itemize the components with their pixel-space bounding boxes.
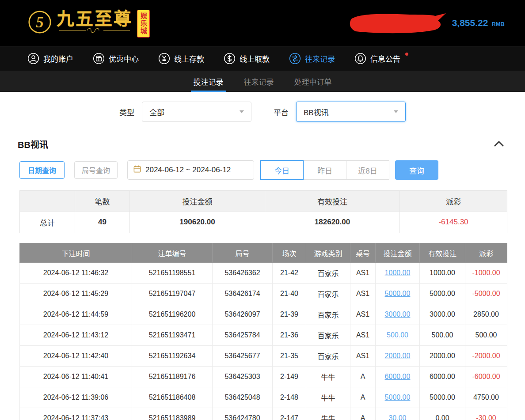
yesterday-button[interactable]: 昨日 (303, 160, 346, 180)
round-query-button[interactable]: 局号查询 (74, 161, 118, 179)
table-row: 2024-06-12 11:43:12 521651193471 5364257… (20, 325, 507, 346)
summary-total-label: 总计 (20, 212, 75, 233)
collapse-chevron-up-icon[interactable] (492, 139, 506, 150)
cell-payout: 500.00 (465, 325, 507, 346)
platform-select[interactable]: BB视讯 (296, 102, 406, 122)
nav-label: 信息公告 (370, 53, 400, 64)
platform-filter-label: 平台 (274, 106, 289, 117)
query-controls: 日期查询 局号查询 2024-06-12 ~ 2024-06-12 今日 昨日 … (0, 154, 525, 190)
date-query-button[interactable]: 日期查询 (19, 161, 65, 179)
cell-valid-bet: 0.00 (420, 408, 465, 420)
summary-header-blank (20, 191, 75, 212)
date-range-value: 2024-06-12 ~ 2024-06-12 (145, 166, 231, 174)
header-round-no: 局号 (213, 243, 273, 263)
svg-text:5: 5 (36, 13, 43, 30)
nav-item-announcements[interactable]: 信息公告 (354, 53, 407, 64)
cell-bet-time: 2024-06-12 11:44:59 (20, 304, 132, 325)
summary-header-valid-bet: 有效投注 (265, 191, 400, 212)
transfer-records-icon (289, 53, 301, 64)
tab-pending-orders[interactable]: 处理中订单 (294, 71, 332, 92)
search-button[interactable]: 查询 (395, 160, 438, 180)
summary-header-payout: 派彩 (400, 191, 507, 212)
cell-valid-bet: 5000.00 (420, 284, 465, 304)
tab-transaction-records[interactable]: 往来记录 (244, 71, 274, 92)
cell-payout: -1000.00 (465, 263, 507, 284)
top-header: 5 九五至尊 娱乐城 3,855.22 RMB (0, 0, 525, 46)
cell-game-type: 牛牛 (306, 367, 350, 387)
site-logo[interactable]: 5 九五至尊 娱乐城 (27, 9, 150, 38)
nav-item-withdraw[interactable]: 线上取款 (224, 53, 270, 64)
cell-valid-bet: 3000.00 (420, 304, 465, 325)
logo-title: 九五至尊 (57, 9, 133, 28)
balance-amount: 3,855.22 (452, 18, 488, 28)
nav-item-deposit[interactable]: 线上存款 (158, 53, 204, 64)
last-8-days-button[interactable]: 近8日 (346, 160, 389, 180)
main-navigation: 我的账户 优惠中心 线上存款 线上取款 (0, 46, 525, 71)
cell-round-no: 536425784 (213, 325, 273, 346)
cell-bet-amount-link[interactable]: 1000.00 (376, 263, 420, 284)
type-select-value: 全部 (149, 106, 164, 117)
cell-bet-amount-link[interactable]: 500.00 (376, 325, 420, 346)
cell-game-type: 牛牛 (306, 387, 350, 408)
cell-game-type: 百家乐 (306, 346, 350, 367)
cell-bet-amount-link[interactable]: 6000.00 (376, 367, 420, 387)
cell-bet-no: 521651192634 (132, 346, 213, 367)
nav-item-transaction-records[interactable]: 往来记录 (289, 53, 335, 64)
summary-table: 笔数 投注金额 有效投注 派彩 总计 49 190620.00 182620.0… (19, 190, 507, 233)
cell-game-type: 百家乐 (306, 325, 350, 346)
cell-round-no: 536425303 (213, 367, 273, 387)
cell-session: 21-39 (273, 304, 306, 325)
table-row: 2024-06-12 11:40:41 521651189176 5364253… (20, 367, 507, 387)
header-session: 场次 (273, 243, 306, 263)
cell-session: 21-36 (273, 325, 306, 346)
cell-table-no: A (350, 387, 376, 408)
cell-bet-amount-link[interactable]: 30.00 (376, 408, 420, 420)
cell-table-no: A (350, 408, 376, 420)
notification-dot (405, 53, 408, 56)
cell-bet-amount-link[interactable]: 5000.00 (376, 284, 420, 304)
summary-header-count: 笔数 (75, 191, 130, 212)
cell-valid-bet: 1000.00 (420, 263, 465, 284)
cell-valid-bet: 500.00 (420, 325, 465, 346)
nav-item-my-account[interactable]: 我的账户 (27, 53, 73, 64)
header-table-no: 桌号 (350, 243, 376, 263)
cell-round-no: 536425677 (213, 346, 273, 367)
summary-valid-bet: 182620.00 (265, 212, 400, 233)
user-icon (27, 53, 39, 64)
cell-bet-amount-link[interactable]: 2000.00 (376, 346, 420, 367)
type-filter-label: 类型 (119, 106, 134, 117)
nav-label: 线上取款 (240, 53, 270, 64)
cell-bet-amount-link[interactable]: 3000.00 (376, 304, 420, 325)
cell-bet-no: 521651198551 (132, 263, 213, 284)
today-button[interactable]: 今日 (260, 160, 304, 180)
withdraw-coin-icon (224, 53, 236, 64)
cell-bet-time: 2024-06-12 11:45:29 (20, 284, 132, 304)
cell-bet-amount-link[interactable]: 5000.00 (376, 387, 420, 408)
summary-count: 49 (75, 212, 130, 233)
cell-bet-no: 521651183989 (132, 408, 213, 420)
chevron-down-icon (240, 110, 244, 113)
type-select[interactable]: 全部 (142, 102, 251, 122)
tab-betting-records[interactable]: 投注记录 (194, 71, 224, 92)
cell-round-no: 536426097 (213, 304, 273, 325)
cell-round-no: 536426174 (213, 284, 273, 304)
section-title: BB视讯 (18, 138, 48, 151)
balance-currency: RMB (491, 21, 505, 27)
header-valid-bet: 有效投注 (420, 243, 465, 263)
deposit-coin-icon (158, 53, 170, 64)
cell-session: 2-148 (273, 387, 306, 408)
header-bet-time: 下注时间 (20, 243, 132, 263)
table-row: 2024-06-12 11:46:32 521651198551 5364263… (20, 263, 507, 284)
bet-records-table: 下注时间 注单编号 局号 场次 游戏类别 桌号 投注金额 有效投注 派彩 202… (19, 243, 507, 420)
table-row: 2024-06-12 11:44:59 521651196200 5364260… (20, 304, 507, 325)
table-row: 2024-06-12 11:37:43 521651183989 5364247… (20, 408, 507, 420)
date-range-input[interactable]: 2024-06-12 ~ 2024-06-12 (127, 160, 254, 180)
nav-item-promotions[interactable]: 优惠中心 (93, 53, 139, 64)
cell-table-no: AS1 (350, 263, 376, 284)
nav-label: 往来记录 (305, 53, 335, 64)
nav-label: 我的账户 (43, 53, 73, 64)
logo-badge: 娱乐城 (137, 10, 150, 38)
gift-icon (93, 53, 105, 64)
cell-game-type: 百家乐 (306, 263, 350, 284)
summary-header-bet-amount: 投注金额 (130, 191, 265, 212)
